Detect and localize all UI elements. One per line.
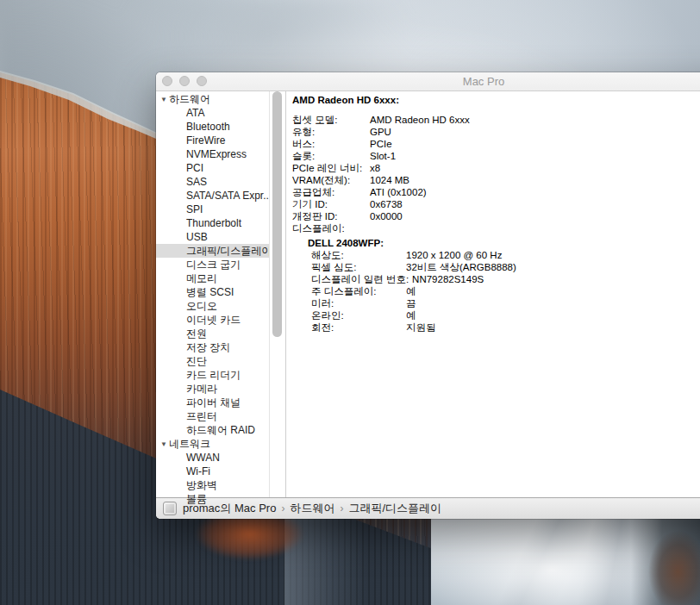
sidebar-item[interactable]: 진단 [156,354,270,368]
display-section: DELL 2408WFP: 해상도:1920 x 1200 @ 60 Hz픽셀 … [308,237,700,334]
info-label: 디스플레이: [292,222,370,234]
info-value: 끔 [406,297,416,309]
sidebar-section-label: 네트워크 [169,438,210,450]
breadcrumb-item: 하드웨어 [290,501,334,516]
sidebar-item[interactable]: 전원 [156,327,270,340]
sidebar-item-label: 이더넷 카드 [186,314,241,326]
info-value: Slot-1 [370,150,396,162]
info-value: 1024 MB [370,174,409,186]
detail-pane: AMD Radeon HD 6xxx: 칩셋 모델:AMD Radeon HD … [286,91,700,497]
sidebar-item-label: 그래픽/디스플레이 [186,245,270,257]
sidebar-item-label: 진단 [186,355,207,367]
info-row: 칩셋 모델:AMD Radeon HD 6xxx [292,114,700,126]
info-value: 예 [406,285,416,297]
window-content: ▼하드웨어ATABluetoothFireWireNVMExpressPCISA… [156,91,700,497]
sidebar-item[interactable]: USB [156,230,270,244]
sidebar-item[interactable]: 파이버 채널 [156,396,270,409]
sidebar-item-label: WWAN [186,452,220,464]
sidebar-item[interactable]: 볼륨 [156,492,270,506]
info-value: NN79282S149S [412,273,484,285]
sidebar-item[interactable]: 오디오 [156,299,270,313]
sidebar-item[interactable]: Wi-Fi [156,465,270,478]
sidebar-item[interactable]: 메모리 [156,271,270,285]
info-row: 기기 ID:0x6738 [292,198,700,210]
sidebar-item-label: 오디오 [186,300,217,312]
scrollbar-thumb[interactable] [272,91,282,337]
sidebar-item[interactable]: 프린터 [156,409,270,423]
sidebar-item-label: SPI [186,203,203,215]
info-label: 슬롯: [292,150,370,162]
breadcrumb-chevron-icon: › [340,502,343,515]
sidebar-item-label: 전원 [186,327,207,340]
sidebar-item-label: NVMExpress [186,148,247,160]
info-row: 버스:PCIe [292,138,700,150]
sidebar-item-label: Bluetooth [186,121,230,133]
info-label: 주 디스플레이: [311,285,406,297]
breadcrumb-item: 그래픽/디스플레이 [348,501,441,516]
sidebar-item[interactable]: FireWire [156,134,270,147]
sidebar-item[interactable]: PCI [156,161,270,175]
info-value: 0x0000 [370,210,403,222]
sidebar-item[interactable]: SAS [156,175,270,189]
sidebar-item[interactable]: NVMExpress [156,147,270,161]
sidebar-item[interactable]: Thunderbolt [156,216,270,230]
info-label: 회전: [311,321,406,334]
info-row: 주 디스플레이:예 [311,285,700,297]
sidebar-item-label: 저장 장치 [186,341,230,353]
info-row: 해상도:1920 x 1200 @ 60 Hz [311,249,700,261]
sidebar-item-label: USB [186,231,208,243]
info-label: 버스: [292,138,370,150]
sidebar-item[interactable]: 카메라 [156,382,270,396]
disclosure-triangle-icon[interactable]: ▼ [160,438,169,451]
info-value: GPU [370,126,391,138]
sidebar-item[interactable]: 방화벽 [156,478,270,492]
sidebar-section-hardware[interactable]: ▼하드웨어 [156,92,270,106]
sidebar-item-label: 볼륨 [186,493,207,505]
info-row: 유형:GPU [292,126,700,138]
info-label: 유형: [292,126,370,138]
sidebar-item[interactable]: SPI [156,203,270,216]
info-row: VRAM(전체):1024 MB [292,174,700,186]
sidebar-item[interactable]: 병렬 SCSI [156,285,270,299]
info-row: 디스플레이: [292,222,700,234]
sidebar-item[interactable]: ATA [156,106,270,120]
system-information-window: Mac Pro ▼하드웨어ATABluetoothFireWireNVMExpr… [156,72,700,519]
info-label: 공급업체: [292,186,370,198]
info-label: 개정판 ID: [292,210,370,222]
info-value: 예 [406,309,416,321]
info-row: PCIe 레인 너비:x8 [292,162,700,174]
sidebar-item[interactable]: 저장 장치 [156,340,270,354]
info-value: 32비트 색상(ARGB8888) [406,261,516,273]
info-label: 온라인: [311,309,406,321]
sidebar-section-network[interactable]: ▼네트워크 [156,437,270,451]
sidebar-item[interactable]: 카드 리더기 [156,368,270,382]
title-bar[interactable]: Mac Pro [156,72,700,91]
sidebar-item-label: 프린터 [186,410,217,422]
sidebar-item-label: 방화벽 [186,479,217,491]
info-row: 디스플레이 일련 번호:NN79282S149S [311,273,700,285]
field-rows: 칩셋 모델:AMD Radeon HD 6xxx유형:GPU버스:PCIe슬롯:… [292,114,700,234]
sidebar-item-label: 파이버 채널 [186,396,241,409]
sidebar-scrollbar[interactable] [269,91,285,497]
info-label: 기기 ID: [292,198,370,210]
sidebar-item[interactable]: SATA/SATA Expr... [156,189,270,203]
window-title: Mac Pro [156,72,700,90]
gpu-title: AMD Radeon HD 6xxx: [292,94,700,106]
sidebar-item[interactable]: 이더넷 카드 [156,313,270,327]
sidebar-item[interactable]: 하드웨어 RAID [156,423,270,437]
sidebar-item[interactable]: Bluetooth [156,120,270,134]
sidebar-item[interactable]: 디스크 굽기 [156,258,270,271]
sidebar-item-label: FireWire [186,134,225,147]
sidebar-item-label: 메모리 [186,272,217,284]
sidebar-item[interactable]: WWAN [156,451,270,465]
info-row: 슬롯:Slot-1 [292,150,700,162]
info-row: 회전:지원됨 [311,321,700,334]
sidebar-list: ▼하드웨어ATABluetoothFireWireNVMExpressPCISA… [156,92,270,506]
sidebar: ▼하드웨어ATABluetoothFireWireNVMExpressPCISA… [156,91,286,497]
disclosure-triangle-icon[interactable]: ▼ [160,93,169,106]
sidebar-item[interactable]: 그래픽/디스플레이 [156,244,270,258]
sidebar-item-label: 디스크 굽기 [186,259,241,271]
info-value: x8 [370,162,380,174]
sidebar-item-label: 카드 리더기 [186,369,241,381]
breadcrumb-chevron-icon: › [281,502,284,515]
